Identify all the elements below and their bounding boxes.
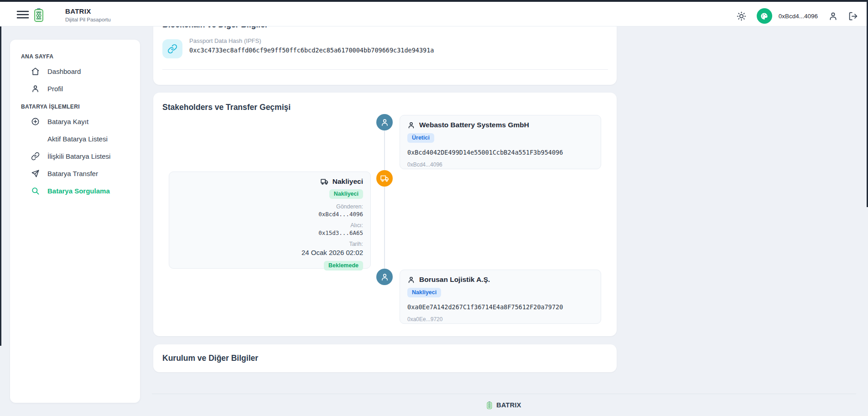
stakeholder-header: Webasto Battery Systems GmbH bbox=[407, 121, 593, 129]
timeline-line bbox=[384, 122, 385, 277]
status-badge: Beklemede bbox=[324, 261, 363, 270]
sidebar-item-aktif-batarya-listesi[interactable]: Aktif Batarya Listesi bbox=[10, 130, 140, 147]
sidebar-item-label: Dashboard bbox=[47, 68, 81, 75]
truck-icon bbox=[380, 174, 389, 183]
sidebar-item-dashboard[interactable]: Dashboard bbox=[10, 62, 140, 80]
timeline-avatar-transporter bbox=[376, 269, 393, 285]
divider bbox=[162, 69, 608, 70]
sidebar-item-label: Batarya Sorgulama bbox=[47, 187, 110, 195]
brand-subtitle: Dijital Pil Pasaportu bbox=[65, 17, 111, 22]
sidebar-item-batarya-transfer[interactable]: Batarya Transfer bbox=[10, 165, 140, 182]
home-icon bbox=[31, 67, 40, 76]
user-icon bbox=[31, 84, 40, 93]
installation-card-title: Kurulum ve Diğer Bilgiler bbox=[162, 354, 258, 363]
passport-hash-value: 0xc3c4733ec8affd06cf9e9ff50ffc6bcd2ec85a… bbox=[189, 47, 434, 54]
user-icon bbox=[380, 118, 389, 127]
logout-icon[interactable] bbox=[848, 11, 858, 21]
transfer-title: Nakliyeci bbox=[333, 177, 363, 186]
window-top-edge bbox=[0, 0, 868, 2]
user-icon bbox=[407, 276, 415, 284]
footer-divider bbox=[152, 394, 856, 394]
link-icon bbox=[31, 152, 40, 161]
stakeholder-card-manufacturer[interactable]: Webasto Battery Systems GmbH Üretici 0xB… bbox=[400, 115, 601, 169]
receiver-value: 0x15d3...6A65 bbox=[318, 229, 363, 236]
app-header: BATRIX Dijital Pil Pasaportu bbox=[0, 2, 868, 26]
sidebar-item-label: Batarya Transfer bbox=[47, 170, 98, 177]
theme-toggle-sun-icon[interactable] bbox=[737, 11, 747, 21]
palette-icon bbox=[760, 12, 769, 21]
truck-icon bbox=[321, 178, 328, 186]
transfer-role-badge: Nakliyeci bbox=[329, 189, 363, 199]
search-icon bbox=[31, 187, 40, 195]
stakeholder-name: Webasto Battery Systems GmbH bbox=[419, 121, 529, 129]
sidebar-section-battery-ops: BATARYA İŞLEMLERI bbox=[21, 104, 140, 110]
sidebar-item-label: İlişkili Batarya Listesi bbox=[47, 152, 110, 160]
header-actions: 0xBcd4...4096 bbox=[737, 4, 858, 28]
wallet-avatar[interactable] bbox=[757, 8, 772, 24]
sidebar-item-profil[interactable]: Profil bbox=[10, 80, 140, 97]
profile-user-icon[interactable] bbox=[828, 11, 838, 21]
plus-circle-icon bbox=[31, 117, 40, 126]
user-icon bbox=[407, 121, 415, 129]
user-icon bbox=[380, 273, 389, 281]
stakeholders-card: Stakeholders ve Transfer Geçmişi Webasto… bbox=[153, 93, 617, 336]
sidebar-item-iliskili-batarya-listesi[interactable]: İlişkili Batarya Listesi bbox=[10, 147, 140, 165]
sidebar-item-batarya-kayit[interactable]: Batarya Kayıt bbox=[10, 113, 140, 130]
sidebar-item-label: Aktif Batarya Listesi bbox=[47, 135, 108, 143]
timeline-avatar-manufacturer bbox=[376, 114, 393, 130]
link-icon bbox=[167, 44, 177, 54]
menu-icon[interactable] bbox=[16, 10, 29, 20]
transfer-card[interactable]: Nakliyeci Nakliyeci Gönderen: 0xBcd4...4… bbox=[169, 172, 371, 269]
date-label: Tarih: bbox=[349, 241, 363, 247]
installation-card: Kurulum ve Diğer Bilgiler bbox=[153, 344, 617, 372]
ipfs-link-icon-tile bbox=[162, 39, 182, 58]
sidebar-item-batarya-sorgulama[interactable]: Batarya Sorgulama bbox=[10, 182, 140, 199]
transfer-header: Nakliyeci bbox=[321, 177, 363, 186]
role-badge: Nakliyeci bbox=[407, 288, 441, 297]
stakeholder-header: Borusan Lojistik A.Ş. bbox=[407, 276, 593, 284]
stakeholders-card-title: Stakeholders ve Transfer Geçmişi bbox=[162, 103, 291, 112]
stakeholder-address-short: 0xBcd4...4096 bbox=[407, 161, 593, 168]
stakeholder-address: 0xa0Ee7A142d267C1f36714E4a8F75612F20a797… bbox=[407, 303, 593, 311]
sidebar-item-label: Profil bbox=[47, 85, 63, 93]
sender-value: 0xBcd4...4096 bbox=[318, 211, 363, 218]
window-left-edge bbox=[0, 26, 1, 346]
footer-brand: BATRIX bbox=[496, 401, 521, 409]
battery-logo-icon bbox=[487, 401, 492, 409]
sidebar-item-label: Batarya Kayıt bbox=[47, 118, 88, 125]
battery-logo-icon bbox=[34, 8, 44, 22]
receiver-label: Alıcı: bbox=[350, 222, 363, 229]
date-value: 24 Ocak 2026 02:02 bbox=[301, 249, 363, 256]
app-viewport: Blockchain ve Diğer Bilgiler Passport Da… bbox=[0, 0, 868, 416]
wallet-address-short[interactable]: 0xBcd4...4096 bbox=[779, 13, 818, 20]
footer: BATRIX bbox=[140, 398, 868, 412]
send-icon bbox=[31, 169, 40, 178]
stakeholder-name: Borusan Lojistik A.Ş. bbox=[419, 276, 490, 284]
timeline-avatar-transfer bbox=[376, 170, 393, 187]
brand-name: BATRIX bbox=[65, 7, 91, 15]
role-badge: Üretici bbox=[407, 133, 434, 143]
passport-hash-label: Passport Data Hash (IPFS) bbox=[189, 37, 261, 44]
stakeholder-address-short: 0xa0Ee...9720 bbox=[407, 316, 593, 322]
sender-label: Gönderen: bbox=[336, 203, 363, 210]
sidebar-section-home: ANA SAYFA bbox=[21, 53, 140, 60]
stakeholder-card-transporter[interactable]: Borusan Lojistik A.Ş. Nakliyeci 0xa0Ee7A… bbox=[400, 270, 601, 324]
sidebar: ANA SAYFA Dashboard Profil BATARYA İŞLEM… bbox=[10, 40, 140, 403]
stakeholder-address: 0xBcd4042DE499D14e55001CcbB24a551F3b9540… bbox=[407, 149, 593, 156]
